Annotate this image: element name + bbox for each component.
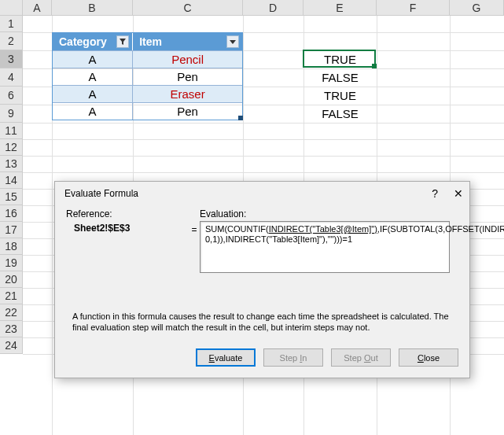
table-row[interactable]: AEraser <box>53 85 242 102</box>
col-header-E[interactable]: E <box>304 0 377 16</box>
step-in-button: Step In <box>263 348 323 367</box>
row-header-20[interactable]: 20 <box>0 271 23 288</box>
row-header-11[interactable]: 11 <box>0 123 23 139</box>
select-all-corner[interactable] <box>0 0 23 16</box>
table-resize-handle[interactable] <box>238 116 243 120</box>
close-button[interactable]: Close <box>399 348 458 367</box>
evaluate-button[interactable]: Evaluate <box>196 348 256 367</box>
row-header-23[interactable]: 23 <box>0 321 23 337</box>
row-header-22[interactable]: 22 <box>0 304 23 321</box>
row-header-14[interactable]: 14 <box>0 172 23 189</box>
row-header-2[interactable]: 2 <box>0 32 23 50</box>
table-cell[interactable]: A <box>53 102 133 120</box>
dialog-note: A function in this formula causes the re… <box>66 311 458 333</box>
row-header-17[interactable]: 17 <box>0 222 23 238</box>
row-header-6[interactable]: 6 <box>0 87 23 105</box>
col-header-G[interactable]: G <box>450 0 504 16</box>
col-header-C[interactable]: C <box>133 0 243 16</box>
row-header-1[interactable]: 1 <box>0 16 23 32</box>
close-icon[interactable]: ✕ <box>454 187 463 200</box>
table-row[interactable]: APen <box>53 102 242 120</box>
cell-E9[interactable]: FALSE <box>304 105 377 123</box>
col-header-D[interactable]: D <box>243 0 304 16</box>
formula-part-underlined: INDIRECT("Table3[@Item]") <box>269 224 377 234</box>
step-out-button: Step Out <box>331 348 391 367</box>
col-header-F[interactable]: F <box>377 0 450 16</box>
help-icon[interactable]: ? <box>432 187 438 200</box>
dialog-titlebar[interactable]: Evaluate Formula ? ✕ <box>55 182 469 205</box>
reference-label: Reference: <box>66 208 112 219</box>
row-header-4[interactable]: 4 <box>0 68 23 87</box>
table-row[interactable]: APencil <box>53 50 242 68</box>
table-cell[interactable]: Eraser <box>133 85 242 102</box>
table-cell[interactable]: A <box>53 50 133 68</box>
table-cell[interactable]: Pen <box>133 68 242 85</box>
row-header-16[interactable]: 16 <box>0 205 23 222</box>
equals-sign: = <box>189 221 200 273</box>
row-header-21[interactable]: 21 <box>0 288 23 304</box>
filter-dropdown-icon[interactable] <box>226 35 239 48</box>
cell-E3[interactable]: TRUE <box>304 50 377 68</box>
row-header-18[interactable]: 18 <box>0 238 23 255</box>
dialog-title: Evaluate Formula <box>64 188 138 199</box>
filter-funnel-icon[interactable] <box>116 35 129 48</box>
data-table: CategoryItemAPencilAPenAEraserAPen <box>52 32 243 120</box>
col-header-B[interactable]: B <box>52 0 133 16</box>
table-cell[interactable]: A <box>53 68 133 85</box>
table-cell[interactable]: Pencil <box>133 50 242 68</box>
table-header-category: Category <box>59 35 107 48</box>
table-header-item: Item <box>139 35 162 48</box>
table-row[interactable]: APen <box>53 68 242 85</box>
reference-value: Sheet2!$E$3 <box>66 221 189 234</box>
formula-part-pre: SUM(COUNTIF( <box>205 224 269 234</box>
row-header-19[interactable]: 19 <box>0 255 23 271</box>
row-header-3[interactable]: 3 <box>0 50 23 68</box>
evaluate-formula-dialog: Evaluate Formula ? ✕ Reference: Evaluati… <box>54 181 470 378</box>
row-header-9[interactable]: 9 <box>0 105 23 123</box>
row-header-13[interactable]: 13 <box>0 156 23 172</box>
table-cell[interactable]: Pen <box>133 102 242 120</box>
cell-E4[interactable]: FALSE <box>304 68 377 87</box>
row-header-12[interactable]: 12 <box>0 139 23 156</box>
evaluation-label: Evaluation: <box>200 208 246 219</box>
evaluation-box[interactable]: SUM(COUNTIF(INDIRECT("Table3[@Item]"),IF… <box>200 221 450 273</box>
row-header-24[interactable]: 24 <box>0 337 23 354</box>
row-header-15[interactable]: 15 <box>0 189 23 205</box>
cell-E6[interactable]: TRUE <box>304 87 377 105</box>
table-cell[interactable]: A <box>53 85 133 102</box>
col-header-A[interactable]: A <box>23 0 52 16</box>
